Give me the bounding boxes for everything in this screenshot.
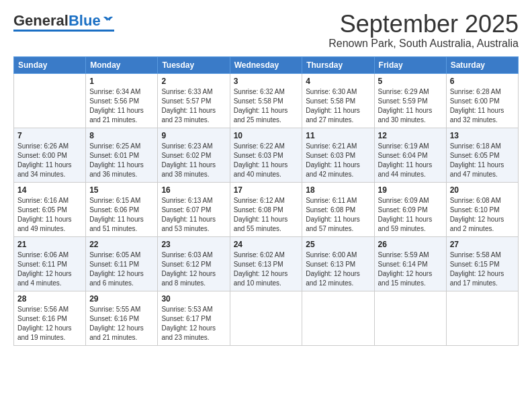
calendar-cell: 15Sunrise: 6:15 AMSunset: 6:06 PMDayligh… bbox=[86, 182, 158, 236]
calendar-cell: 12Sunrise: 6:19 AMSunset: 6:04 PMDayligh… bbox=[374, 128, 446, 182]
location-title: Renown Park, South Australia, Australia bbox=[328, 38, 519, 50]
calendar-cell: 1Sunrise: 6:34 AMSunset: 5:56 PMDaylight… bbox=[86, 73, 158, 128]
day-number: 29 bbox=[89, 294, 154, 304]
day-info: Sunrise: 6:09 AMSunset: 6:09 PMDaylight:… bbox=[378, 196, 443, 234]
day-number: 6 bbox=[450, 77, 515, 86]
calendar-header-monday: Monday bbox=[86, 56, 158, 73]
day-number: 14 bbox=[17, 185, 82, 195]
calendar-week-row: 28Sunrise: 5:56 AMSunset: 6:16 PMDayligh… bbox=[14, 291, 519, 345]
day-info: Sunrise: 6:21 AMSunset: 6:03 PMDaylight:… bbox=[306, 142, 370, 179]
calendar-header-saturday: Saturday bbox=[446, 56, 518, 73]
calendar-cell: 26Sunrise: 5:59 AMSunset: 6:14 PMDayligh… bbox=[374, 236, 446, 291]
calendar-week-row: 7Sunrise: 6:26 AMSunset: 6:00 PMDaylight… bbox=[14, 128, 519, 182]
day-number: 21 bbox=[17, 240, 82, 249]
day-info: Sunrise: 6:02 AMSunset: 6:13 PMDaylight:… bbox=[234, 250, 299, 288]
calendar-cell: 10Sunrise: 6:22 AMSunset: 6:03 PMDayligh… bbox=[230, 128, 302, 182]
day-info: Sunrise: 6:16 AMSunset: 6:05 PMDaylight:… bbox=[17, 196, 82, 234]
day-info: Sunrise: 6:22 AMSunset: 6:03 PMDaylight:… bbox=[234, 142, 299, 179]
day-info: Sunrise: 6:08 AMSunset: 6:10 PMDaylight:… bbox=[450, 196, 515, 234]
calendar-header-friday: Friday bbox=[374, 56, 446, 73]
calendar-cell bbox=[14, 73, 86, 128]
calendar-cell bbox=[374, 291, 446, 345]
day-info: Sunrise: 6:06 AMSunset: 6:11 PMDaylight:… bbox=[17, 250, 82, 288]
day-info: Sunrise: 6:25 AMSunset: 6:01 PMDaylight:… bbox=[89, 142, 154, 179]
calendar-cell: 9Sunrise: 6:23 AMSunset: 6:02 PMDaylight… bbox=[158, 128, 230, 182]
day-number: 3 bbox=[234, 77, 299, 86]
logo-underline bbox=[13, 30, 114, 32]
day-number: 9 bbox=[161, 131, 226, 140]
day-number: 19 bbox=[378, 185, 443, 195]
day-info: Sunrise: 6:15 AMSunset: 6:06 PMDaylight:… bbox=[89, 196, 154, 234]
calendar-cell: 16Sunrise: 6:13 AMSunset: 6:07 PMDayligh… bbox=[158, 182, 230, 236]
day-info: Sunrise: 6:28 AMSunset: 6:00 PMDaylight:… bbox=[450, 87, 515, 125]
day-info: Sunrise: 6:32 AMSunset: 5:58 PMDaylight:… bbox=[234, 87, 299, 125]
day-number: 18 bbox=[306, 185, 370, 195]
calendar-cell: 17Sunrise: 6:12 AMSunset: 6:08 PMDayligh… bbox=[230, 182, 302, 236]
title-section: September 2025 Renown Park, South Austra… bbox=[328, 11, 519, 50]
calendar-cell: 2Sunrise: 6:33 AMSunset: 5:57 PMDaylight… bbox=[158, 73, 230, 128]
calendar-cell: 18Sunrise: 6:11 AMSunset: 6:08 PMDayligh… bbox=[302, 182, 374, 236]
day-number: 17 bbox=[234, 185, 299, 195]
day-info: Sunrise: 6:33 AMSunset: 5:57 PMDaylight:… bbox=[161, 87, 226, 125]
day-info: Sunrise: 5:53 AMSunset: 6:17 PMDaylight:… bbox=[161, 305, 226, 342]
day-number: 27 bbox=[450, 240, 515, 249]
day-info: Sunrise: 6:05 AMSunset: 6:11 PMDaylight:… bbox=[89, 250, 154, 288]
page-header: General Blue September 2025 Renown Park,… bbox=[13, 11, 519, 50]
calendar-cell: 21Sunrise: 6:06 AMSunset: 6:11 PMDayligh… bbox=[14, 236, 86, 291]
logo-blue: Blue bbox=[69, 13, 101, 28]
day-number: 25 bbox=[306, 240, 370, 249]
day-info: Sunrise: 5:55 AMSunset: 6:16 PMDaylight:… bbox=[89, 305, 154, 342]
day-info: Sunrise: 5:58 AMSunset: 6:15 PMDaylight:… bbox=[450, 250, 515, 288]
calendar-cell: 7Sunrise: 6:26 AMSunset: 6:00 PMDaylight… bbox=[14, 128, 86, 182]
day-number: 24 bbox=[234, 240, 299, 249]
day-number: 7 bbox=[17, 131, 82, 140]
day-number: 20 bbox=[450, 185, 515, 195]
day-number: 23 bbox=[161, 240, 226, 249]
calendar-cell bbox=[230, 291, 302, 345]
day-number: 13 bbox=[450, 131, 515, 140]
day-number: 15 bbox=[89, 185, 154, 195]
logo-bird-icon bbox=[102, 15, 114, 27]
day-info: Sunrise: 6:19 AMSunset: 6:04 PMDaylight:… bbox=[378, 142, 443, 179]
calendar-cell: 14Sunrise: 6:16 AMSunset: 6:05 PMDayligh… bbox=[14, 182, 86, 236]
day-info: Sunrise: 6:30 AMSunset: 5:58 PMDaylight:… bbox=[306, 87, 370, 125]
calendar-header-row: SundayMondayTuesdayWednesdayThursdayFrid… bbox=[14, 56, 519, 73]
calendar-cell: 6Sunrise: 6:28 AMSunset: 6:00 PMDaylight… bbox=[446, 73, 518, 128]
calendar-cell: 8Sunrise: 6:25 AMSunset: 6:01 PMDaylight… bbox=[86, 128, 158, 182]
day-number: 16 bbox=[161, 185, 226, 195]
day-number: 5 bbox=[378, 77, 443, 86]
calendar-cell: 28Sunrise: 5:56 AMSunset: 6:16 PMDayligh… bbox=[14, 291, 86, 345]
calendar-cell: 25Sunrise: 6:00 AMSunset: 6:13 PMDayligh… bbox=[302, 236, 374, 291]
calendar-cell: 13Sunrise: 6:18 AMSunset: 6:05 PMDayligh… bbox=[446, 128, 518, 182]
calendar-table: SundayMondayTuesdayWednesdayThursdayFrid… bbox=[13, 56, 519, 346]
calendar-cell: 22Sunrise: 6:05 AMSunset: 6:11 PMDayligh… bbox=[86, 236, 158, 291]
calendar-cell bbox=[302, 291, 374, 345]
logo-general: General bbox=[13, 13, 69, 28]
day-info: Sunrise: 6:23 AMSunset: 6:02 PMDaylight:… bbox=[161, 142, 226, 179]
day-number: 26 bbox=[378, 240, 443, 249]
day-info: Sunrise: 6:34 AMSunset: 5:56 PMDaylight:… bbox=[89, 87, 154, 125]
day-info: Sunrise: 6:26 AMSunset: 6:00 PMDaylight:… bbox=[17, 142, 82, 179]
calendar-cell: 30Sunrise: 5:53 AMSunset: 6:17 PMDayligh… bbox=[158, 291, 230, 345]
calendar-cell: 27Sunrise: 5:58 AMSunset: 6:15 PMDayligh… bbox=[446, 236, 518, 291]
calendar-week-row: 14Sunrise: 6:16 AMSunset: 6:05 PMDayligh… bbox=[14, 182, 519, 236]
day-number: 10 bbox=[234, 131, 299, 140]
day-number: 30 bbox=[161, 294, 226, 304]
day-number: 28 bbox=[17, 294, 82, 304]
day-info: Sunrise: 5:56 AMSunset: 6:16 PMDaylight:… bbox=[17, 305, 82, 342]
day-number: 1 bbox=[89, 77, 154, 86]
calendar-cell: 29Sunrise: 5:55 AMSunset: 6:16 PMDayligh… bbox=[86, 291, 158, 345]
day-info: Sunrise: 6:18 AMSunset: 6:05 PMDaylight:… bbox=[450, 142, 515, 179]
day-info: Sunrise: 5:59 AMSunset: 6:14 PMDaylight:… bbox=[378, 250, 443, 288]
logo: General Blue bbox=[13, 13, 114, 32]
calendar-header-wednesday: Wednesday bbox=[230, 56, 302, 73]
month-title: September 2025 bbox=[328, 11, 519, 38]
day-number: 8 bbox=[89, 131, 154, 140]
day-info: Sunrise: 6:29 AMSunset: 5:59 PMDaylight:… bbox=[378, 87, 443, 125]
day-info: Sunrise: 6:11 AMSunset: 6:08 PMDaylight:… bbox=[306, 196, 370, 234]
calendar-header-tuesday: Tuesday bbox=[158, 56, 230, 73]
calendar-week-row: 21Sunrise: 6:06 AMSunset: 6:11 PMDayligh… bbox=[14, 236, 519, 291]
calendar-cell: 20Sunrise: 6:08 AMSunset: 6:10 PMDayligh… bbox=[446, 182, 518, 236]
calendar-cell: 5Sunrise: 6:29 AMSunset: 5:59 PMDaylight… bbox=[374, 73, 446, 128]
calendar-cell: 3Sunrise: 6:32 AMSunset: 5:58 PMDaylight… bbox=[230, 73, 302, 128]
